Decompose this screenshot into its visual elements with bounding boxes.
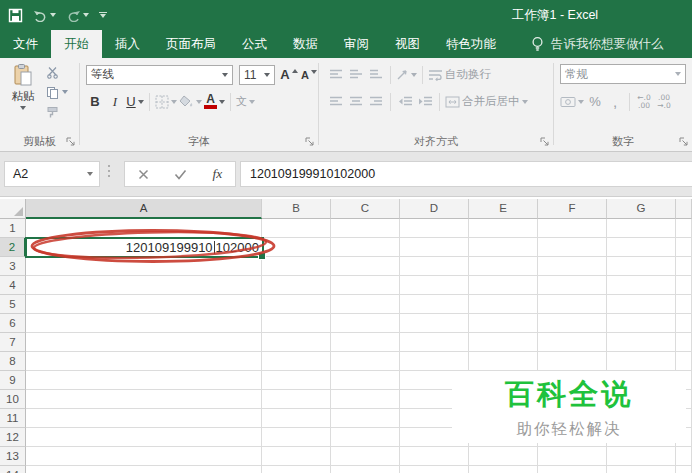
cut-button[interactable]	[46, 64, 68, 80]
tab-home[interactable]: 开始	[51, 30, 102, 58]
cell[interactable]	[400, 257, 469, 276]
row-header-3[interactable]: 3	[0, 257, 26, 276]
cell[interactable]	[26, 257, 262, 276]
cell[interactable]	[607, 295, 676, 314]
cell[interactable]	[26, 314, 262, 333]
cell[interactable]	[331, 257, 400, 276]
row-header-5[interactable]: 5	[0, 295, 26, 314]
align-middle-button[interactable]	[347, 64, 365, 85]
align-right-button[interactable]	[367, 91, 385, 112]
cell[interactable]	[26, 447, 262, 466]
cell[interactable]	[607, 238, 676, 257]
cell[interactable]	[538, 238, 607, 257]
cell[interactable]	[469, 257, 538, 276]
cell[interactable]	[26, 371, 262, 390]
cell[interactable]	[262, 257, 331, 276]
cell[interactable]	[676, 352, 692, 371]
cell[interactable]	[676, 333, 692, 352]
cell[interactable]	[607, 352, 676, 371]
cell[interactable]	[400, 314, 469, 333]
row-header-9[interactable]: 9	[0, 371, 26, 390]
cell[interactable]	[538, 333, 607, 352]
shrink-font-button[interactable]: A	[300, 64, 318, 85]
column-header-D[interactable]: D	[400, 199, 469, 219]
tab-special-features[interactable]: 特色功能	[433, 30, 509, 58]
underline-button[interactable]: U	[126, 91, 144, 112]
cell[interactable]	[400, 333, 469, 352]
cell[interactable]	[607, 333, 676, 352]
cell[interactable]	[262, 333, 331, 352]
cell[interactable]	[469, 352, 538, 371]
row-header-11[interactable]: 11	[0, 409, 26, 428]
row-header-2[interactable]: 2	[0, 238, 26, 257]
cell[interactable]	[538, 352, 607, 371]
cell[interactable]	[607, 447, 676, 466]
cell[interactable]	[469, 219, 538, 238]
cell[interactable]	[469, 333, 538, 352]
cell[interactable]	[400, 238, 469, 257]
cell[interactable]	[676, 257, 692, 276]
comma-style-button[interactable]: ,	[606, 91, 624, 112]
cell[interactable]	[331, 276, 400, 295]
cell[interactable]	[676, 295, 692, 314]
tab-file[interactable]: 文件	[0, 30, 51, 58]
tab-review[interactable]: 审阅	[331, 30, 382, 58]
cell[interactable]	[262, 314, 331, 333]
cell[interactable]	[262, 371, 331, 390]
decrease-indent-button[interactable]	[396, 91, 414, 112]
tab-formulas[interactable]: 公式	[229, 30, 280, 58]
alignment-dialog-launcher-icon[interactable]	[540, 137, 550, 147]
cell[interactable]	[26, 352, 262, 371]
cell[interactable]	[331, 314, 400, 333]
align-top-button[interactable]	[327, 64, 345, 85]
tab-view[interactable]: 视图	[382, 30, 433, 58]
font-dialog-launcher-icon[interactable]	[305, 137, 315, 147]
cell[interactable]	[26, 276, 262, 295]
orientation-button[interactable]	[396, 64, 417, 85]
italic-button[interactable]: I	[106, 91, 124, 112]
cell[interactable]	[607, 314, 676, 333]
cell[interactable]	[469, 447, 538, 466]
row-header-13[interactable]: 13	[0, 447, 26, 466]
cell[interactable]	[676, 447, 692, 466]
wrap-text-button[interactable]: 自动换行	[428, 64, 491, 85]
cell[interactable]	[538, 314, 607, 333]
cell[interactable]	[26, 466, 262, 473]
row-header-6[interactable]: 6	[0, 314, 26, 333]
cell[interactable]	[400, 276, 469, 295]
cell[interactable]	[331, 390, 400, 409]
cell[interactable]	[676, 238, 692, 257]
cell[interactable]	[26, 219, 262, 238]
cell[interactable]	[26, 428, 262, 447]
row-header-1[interactable]: 1	[0, 219, 26, 238]
cell[interactable]	[538, 276, 607, 295]
fill-handle[interactable]	[258, 252, 266, 260]
select-all-corner[interactable]	[0, 199, 26, 219]
save-icon[interactable]	[8, 8, 23, 23]
cell[interactable]	[262, 428, 331, 447]
enter-icon[interactable]	[174, 169, 187, 180]
column-header-G[interactable]: G	[607, 199, 676, 219]
cell[interactable]	[607, 276, 676, 295]
paste-dropdown-icon[interactable]	[20, 106, 26, 110]
cell[interactable]	[331, 371, 400, 390]
phonetic-guide-button[interactable]: 文	[236, 91, 255, 112]
cell[interactable]	[26, 409, 262, 428]
cell[interactable]	[331, 333, 400, 352]
format-painter-button[interactable]	[46, 104, 68, 120]
align-center-button[interactable]	[347, 91, 365, 112]
cell[interactable]	[262, 466, 331, 473]
copy-button[interactable]	[46, 84, 68, 100]
cell[interactable]	[676, 276, 692, 295]
cell[interactable]	[607, 466, 676, 473]
cancel-icon[interactable]	[138, 169, 149, 180]
cell[interactable]	[469, 276, 538, 295]
borders-button[interactable]	[155, 91, 177, 112]
accounting-format-button[interactable]	[560, 91, 584, 112]
cell[interactable]	[607, 257, 676, 276]
font-color-button[interactable]: A	[204, 91, 225, 112]
cell[interactable]	[400, 447, 469, 466]
cell[interactable]	[400, 352, 469, 371]
cell[interactable]	[538, 466, 607, 473]
cell[interactable]	[469, 238, 538, 257]
